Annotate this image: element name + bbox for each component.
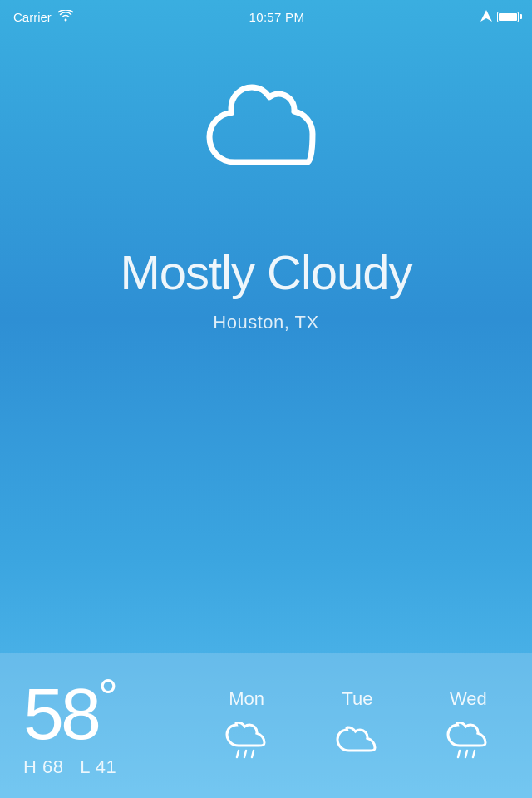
forecast-day-mon: Mon: [222, 688, 272, 763]
weather-location: Houston, TX: [213, 312, 318, 333]
svg-line-6: [473, 751, 475, 757]
time-display: 10:57 PM: [249, 10, 305, 24]
status-bar: Carrier 10:57 PM: [0, 0, 532, 33]
day-label-mon: Mon: [229, 688, 264, 710]
svg-line-2: [244, 751, 246, 757]
location-arrow-icon: [480, 10, 492, 24]
svg-line-5: [466, 751, 467, 757]
forecast-day-tue: Tue: [332, 688, 382, 763]
wifi-icon: [58, 10, 73, 24]
bottom-panel: 58° H 68 L 41 Mon Tue: [0, 653, 532, 798]
svg-line-1: [237, 751, 239, 757]
status-right: [480, 10, 519, 24]
day-label-wed: Wed: [450, 688, 487, 710]
current-temp-section: 58° H 68 L 41: [0, 672, 183, 777]
battery-fill: [499, 13, 517, 21]
svg-marker-0: [480, 10, 492, 22]
day-icon-mon: [222, 722, 272, 763]
battery-icon: [497, 12, 519, 22]
status-left: Carrier: [13, 10, 73, 24]
current-temperature: 58°: [23, 672, 183, 751]
forecast-section: Mon Tue Wed: [183, 688, 532, 763]
svg-line-3: [252, 751, 254, 757]
svg-line-4: [458, 751, 460, 757]
forecast-day-wed: Wed: [443, 688, 493, 763]
day-icon-wed: [443, 722, 493, 763]
high-low-display: H 68 L 41: [23, 756, 183, 778]
carrier-label: Carrier: [13, 10, 52, 24]
day-icon-tue: [332, 722, 382, 763]
day-label-tue: Tue: [342, 688, 372, 710]
cloud-icon: [191, 83, 341, 191]
weather-main: Mostly Cloudy Houston, TX: [0, 33, 532, 333]
weather-condition: Mostly Cloudy: [120, 244, 411, 300]
cloud-icon-wrapper: [191, 83, 341, 195]
